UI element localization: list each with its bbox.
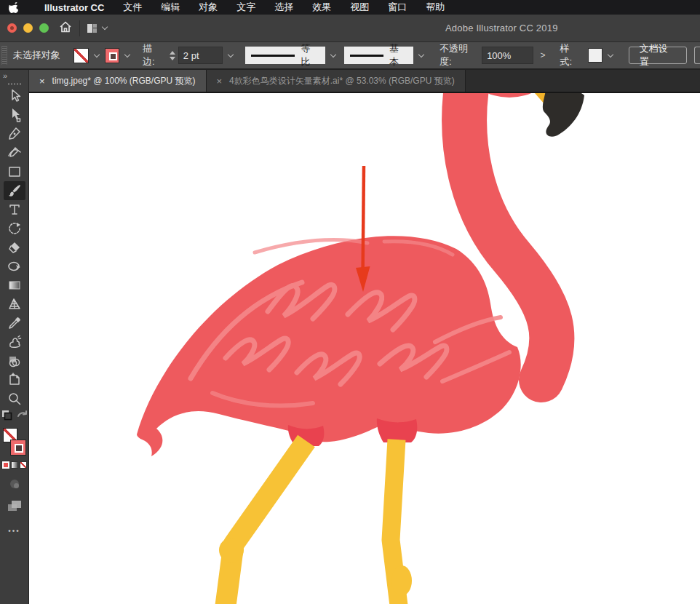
flamingo-illustration [29,93,699,604]
panel-grip[interactable] [1,46,7,65]
close-tab-icon[interactable]: × [217,76,223,87]
menu-app-name[interactable]: Illustrator CC [44,2,104,13]
draw-normal-mode-icon[interactable] [1,410,12,424]
opacity-input[interactable]: 100% [482,47,533,64]
apple-logo-icon[interactable] [9,2,18,13]
eyedropper-tool[interactable] [4,314,25,333]
opacity-more-arrow[interactable]: > [541,50,546,60]
toolbar-mini-row [1,410,28,424]
flamingo-legs [219,440,412,604]
zoom-window-button[interactable] [39,23,49,33]
stroke-weight-stepper[interactable] [170,51,175,60]
menu-item-file[interactable]: 文件 [123,1,142,14]
gradient-button[interactable] [11,461,18,469]
window-title: Adobe Illustrator CC 2019 [445,23,558,33]
perspective-grid-tool[interactable] [4,295,25,314]
stroke-chevron-icon[interactable] [124,51,130,57]
stroke-weight-value: 2 pt [183,50,199,61]
control-bar: 未选择对象 描边: 2 pt 等比 基本 不透明度: 100% > 样式: 文档… [0,42,700,70]
opacity-label[interactable]: 不透明度: [440,42,479,68]
front-knee [219,538,244,563]
zoom-tool[interactable] [4,389,25,408]
tab-label: 4款彩色鸟类设计矢量素材.ai* @ 53.03% (RGB/GPU 预览) [229,75,455,87]
brush-chevron-icon[interactable] [418,51,424,57]
document-setup-button[interactable]: 文档设置 [629,47,688,64]
rectangle-tool[interactable] [4,162,25,181]
scale-tool[interactable] [4,257,25,276]
brush-preview [350,55,384,57]
chevron-down-icon[interactable] [102,24,108,30]
rotate-tool[interactable] [4,219,25,238]
style-label[interactable]: 样式: [560,42,581,68]
drawing-mode-button[interactable] [4,474,25,493]
stroke-weight-chevron-icon[interactable] [227,51,233,57]
curvature-tool[interactable] [4,143,25,162]
menu-item-type[interactable]: 文字 [236,1,255,14]
style-swatch[interactable] [588,48,602,63]
edit-toolbar-button[interactable]: ••• [8,527,20,535]
main-area: » [0,70,700,604]
menu-item-select[interactable]: 选择 [274,1,293,14]
minimize-window-button[interactable] [23,23,33,33]
fill-swatch[interactable] [73,48,88,63]
screen-mode-button[interactable] [4,496,25,515]
stroke-color-swatch[interactable] [105,48,119,63]
symbol-sprayer-tool[interactable] [4,333,25,351]
style-chevron-icon[interactable] [608,51,613,57]
annotation-arrow [356,166,370,292]
none-button[interactable] [20,461,27,469]
document-tab-inactive[interactable]: × 4款彩色鸟类设计矢量素材.ai* @ 53.03% (RGB/GPU 预览) [207,70,466,92]
flamingo-beak-black [543,93,584,137]
tools-panel: » [0,70,29,604]
menu-item-edit[interactable]: 编辑 [161,1,180,14]
selection-status: 未选择对象 [13,49,74,62]
artboard-canvas[interactable] [29,93,700,604]
color-button[interactable] [2,461,9,469]
type-tool[interactable] [4,200,25,219]
stroke-weight-input[interactable]: 2 pt [178,47,223,64]
home-icon[interactable] [59,21,72,36]
width-profile-chevron-icon[interactable] [330,51,335,57]
document-tab-bar: × timg.jpeg* @ 100% (RGB/GPU 预览) × 4款彩色鸟… [29,70,700,93]
workspace-layout-icon[interactable] [87,24,97,33]
back-knee [391,565,412,596]
menu-item-help[interactable]: 帮助 [426,1,445,14]
menu-item-window[interactable]: 窗口 [388,1,407,14]
tools-panel-grip[interactable] [8,83,21,85]
menu-item-object[interactable]: 对象 [199,1,218,14]
width-profile-dropdown[interactable]: 等比 [245,47,325,64]
front-leg [225,441,306,604]
menu-item-effect[interactable]: 效果 [312,1,331,14]
width-profile-label: 等比 [301,42,319,68]
artboard-tool[interactable] [4,370,25,389]
close-tab-icon[interactable]: × [39,76,45,87]
preferences-button-partial[interactable] [694,47,700,64]
stroke-label[interactable]: 描边: [143,42,164,68]
expand-panel-icon[interactable]: » [3,71,7,80]
document-tab-active[interactable]: × timg.jpeg* @ 100% (RGB/GPU 预览) [29,70,207,92]
fill-chevron-icon[interactable] [94,51,100,57]
fill-stroke-indicator[interactable] [3,428,26,456]
illustrator-window: Illustrator CC 文件 编辑 对象 文字 选择 效果 视图 窗口 帮… [0,0,700,604]
paintbrush-tool[interactable] [4,181,25,200]
close-window-button[interactable] [7,23,17,33]
menu-bar: Illustrator CC 文件 编辑 对象 文字 选择 效果 视图 窗口 帮… [0,0,700,15]
stroke-indicator-coral[interactable] [10,440,26,456]
brush-definition-label: 基本 [389,42,407,68]
direct-selection-tool[interactable] [4,106,25,124]
width-profile-preview [251,55,295,57]
gradient-tool[interactable] [4,276,25,295]
menu-item-view[interactable]: 视图 [350,1,369,14]
shape-builder-tool[interactable] [4,351,25,370]
title-bar: Adobe Illustrator CC 2019 [0,15,700,42]
document-area: × timg.jpeg* @ 100% (RGB/GPU 预览) × 4款彩色鸟… [29,70,700,604]
eraser-tool[interactable] [4,238,25,257]
color-mode-buttons [2,461,27,469]
opacity-value: 100% [487,50,511,61]
tab-label: timg.jpeg* @ 100% (RGB/GPU 预览) [52,75,196,87]
undo-arrow-icon[interactable] [17,410,28,424]
pen-tool[interactable] [4,124,25,143]
flamingo-body [137,236,521,456]
brush-definition-dropdown[interactable]: 基本 [344,47,414,64]
selection-tool[interactable] [4,87,25,106]
